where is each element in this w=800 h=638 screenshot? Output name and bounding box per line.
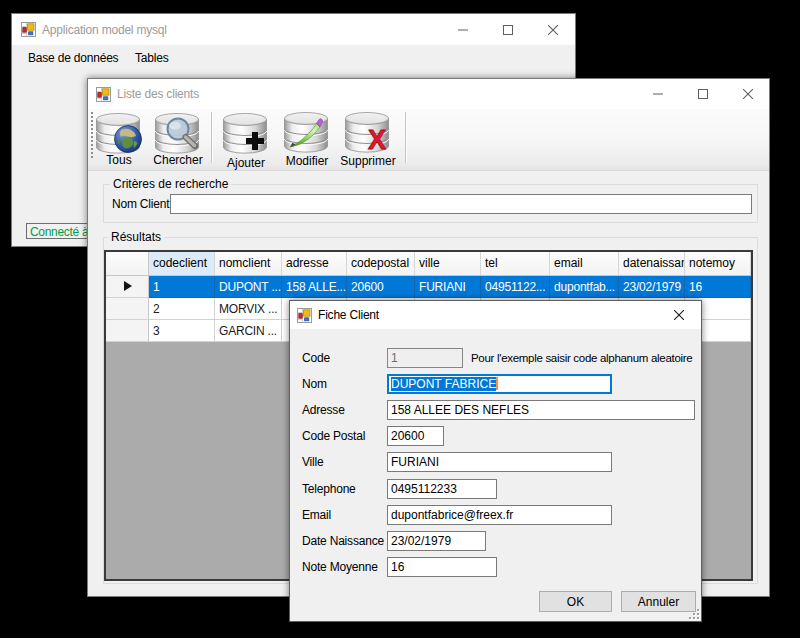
minimize-button[interactable] bbox=[635, 79, 680, 109]
close-button[interactable] bbox=[530, 14, 575, 45]
window-title: Fiche Client bbox=[318, 308, 379, 322]
date-naissance-input[interactable]: 23/02/1979 bbox=[387, 531, 486, 551]
close-button[interactable] bbox=[657, 301, 701, 329]
grid-corner-cell[interactable] bbox=[106, 252, 149, 276]
grid-cell[interactable]: 16 bbox=[685, 276, 751, 298]
resize-grip[interactable] bbox=[689, 609, 700, 620]
grid-column-header-nomclient[interactable]: nomclient bbox=[215, 252, 282, 276]
field-label-nom: Nom bbox=[302, 377, 327, 391]
grid-column-header-tel[interactable]: tel bbox=[481, 252, 550, 276]
toolbar-button-label: Supprimer bbox=[334, 154, 402, 168]
menu-item-tables[interactable]: Tables bbox=[135, 51, 169, 65]
grid-column-header-ville[interactable]: ville bbox=[415, 252, 481, 276]
grid-cell[interactable]: 20600 bbox=[347, 276, 415, 298]
note-moyenne-input[interactable]: 16 bbox=[387, 557, 497, 577]
winforms-form-icon bbox=[21, 22, 36, 37]
close-button[interactable] bbox=[725, 79, 770, 109]
maximize-button[interactable] bbox=[680, 79, 725, 109]
field-label-code: Code bbox=[302, 351, 330, 365]
database-globe-icon bbox=[95, 112, 143, 154]
field-label-telephone: Telephone bbox=[302, 482, 356, 496]
grid-cell[interactable]: dupontfab... bbox=[550, 276, 619, 298]
groupbox-title: Critères de recherche bbox=[110, 177, 231, 192]
grid-cell[interactable]: 04951122... bbox=[481, 276, 550, 298]
code-note-text: Pour l'exemple saisir code alphanum alea… bbox=[471, 351, 692, 365]
menu-item-base-de-donnees[interactable]: Base de données bbox=[28, 51, 118, 65]
selected-text: DUPONT FABRICE bbox=[391, 377, 496, 391]
ok-button[interactable]: OK bbox=[539, 591, 612, 612]
grid-column-header-email[interactable]: email bbox=[550, 252, 619, 276]
grid-column-header-notemoy[interactable]: notemoy bbox=[685, 252, 751, 276]
grid-column-header-codeclient[interactable]: codeclient bbox=[149, 252, 215, 276]
svg-text:X: X bbox=[368, 125, 386, 153]
code-input[interactable]: 1 bbox=[387, 348, 463, 368]
database-magnifier-icon bbox=[154, 112, 202, 154]
toolbar-button-supprimer[interactable]: XSupprimer bbox=[334, 109, 402, 171]
window-title: Application model mysql bbox=[42, 23, 167, 37]
email-input[interactable]: dupontfabrice@freex.fr bbox=[387, 505, 612, 525]
field-label-date-naissance: Date Naissance bbox=[302, 534, 384, 548]
menubar: Base de données Tables bbox=[12, 45, 575, 69]
text-caret bbox=[496, 377, 498, 390]
nom-client-input[interactable] bbox=[170, 194, 752, 214]
toolbar-separator bbox=[211, 112, 213, 163]
grid-column-header-datenaissance[interactable]: datenaissance bbox=[619, 252, 685, 276]
grid-row-header[interactable] bbox=[106, 320, 149, 342]
winforms-form-icon bbox=[297, 308, 312, 323]
toolbar-button-ajouter[interactable]: Ajouter bbox=[216, 109, 276, 171]
toolbar-button-label: Ajouter bbox=[216, 156, 276, 170]
window-fiche-client: Fiche Client Code1NomDUPONT FABRICEAdres… bbox=[289, 300, 702, 622]
field-label-adresse: Adresse bbox=[302, 403, 345, 417]
desktop: Application model mysql Base de données … bbox=[0, 0, 800, 638]
field-label-code-postal: Code Postal bbox=[302, 429, 365, 443]
grid-cell[interactable]: 23/02/1979 bbox=[619, 276, 685, 298]
toolbar-separator bbox=[405, 112, 407, 163]
liste-titlebar[interactable]: Liste des clients bbox=[88, 79, 769, 109]
code-postal-input[interactable]: 20600 bbox=[387, 426, 444, 446]
grid-column-header-adresse[interactable]: adresse bbox=[282, 252, 347, 276]
database-plus-icon bbox=[222, 112, 270, 154]
window-title: Liste des clients bbox=[117, 87, 199, 101]
nom-input[interactable]: DUPONT FABRICE bbox=[387, 374, 612, 394]
grid-cell[interactable]: MORVIX ... bbox=[215, 298, 282, 320]
grid-cell[interactable]: FURIANI bbox=[415, 276, 481, 298]
toolbar-button-label: Chercher bbox=[146, 153, 210, 167]
winforms-form-icon bbox=[96, 87, 111, 102]
telephone-input[interactable]: 0495112233 bbox=[387, 479, 497, 499]
database-pen-icon bbox=[283, 111, 331, 153]
grid-cell[interactable]: 158 ALLE... bbox=[282, 276, 347, 298]
toolbar-button-modifier[interactable]: Modifier bbox=[276, 109, 338, 171]
ville-input[interactable]: FURIANI bbox=[387, 452, 612, 472]
toolbar: TousChercherAjouterModifierXSupprimer bbox=[88, 109, 769, 171]
search-criteria-groupbox: Critères de recherche Nom Client bbox=[103, 184, 758, 223]
grid-cell[interactable]: 2 bbox=[149, 298, 215, 320]
maximize-button[interactable] bbox=[485, 14, 530, 45]
field-label-email: Email bbox=[302, 508, 331, 522]
grid-cell[interactable]: GARCIN ... bbox=[215, 320, 282, 342]
toolbar-grip[interactable] bbox=[91, 112, 93, 158]
field-label-ville: Ville bbox=[302, 455, 323, 469]
grid-row-header[interactable] bbox=[106, 298, 149, 320]
field-label-note-moyenne: Note Moyenne bbox=[302, 560, 378, 574]
current-row-arrow-icon bbox=[124, 281, 132, 291]
app-titlebar[interactable]: Application model mysql bbox=[12, 14, 575, 45]
adresse-input[interactable]: 158 ALLEE DES NEFLES bbox=[387, 400, 695, 420]
minimize-button[interactable] bbox=[440, 14, 485, 45]
grid-cell[interactable]: 1 bbox=[149, 276, 215, 298]
grid-cell[interactable]: DUPONT ... bbox=[215, 276, 282, 298]
toolbar-button-label: Tous bbox=[94, 153, 144, 167]
fiche-titlebar[interactable]: Fiche Client bbox=[290, 301, 701, 329]
groupbox-title: Résultats bbox=[108, 230, 164, 245]
database-cross-icon: X bbox=[344, 111, 392, 153]
toolbar-button-chercher[interactable]: Chercher bbox=[146, 109, 210, 171]
grid-row-header[interactable] bbox=[106, 276, 149, 298]
toolbar-button-label: Modifier bbox=[276, 154, 338, 168]
cancel-button[interactable]: Annuler bbox=[621, 591, 696, 612]
nom-client-label: Nom Client bbox=[112, 197, 169, 211]
grid-cell[interactable]: 3 bbox=[149, 320, 215, 342]
grid-column-header-codepostal[interactable]: codepostal bbox=[347, 252, 415, 276]
toolbar-button-tous[interactable]: Tous bbox=[94, 109, 144, 171]
